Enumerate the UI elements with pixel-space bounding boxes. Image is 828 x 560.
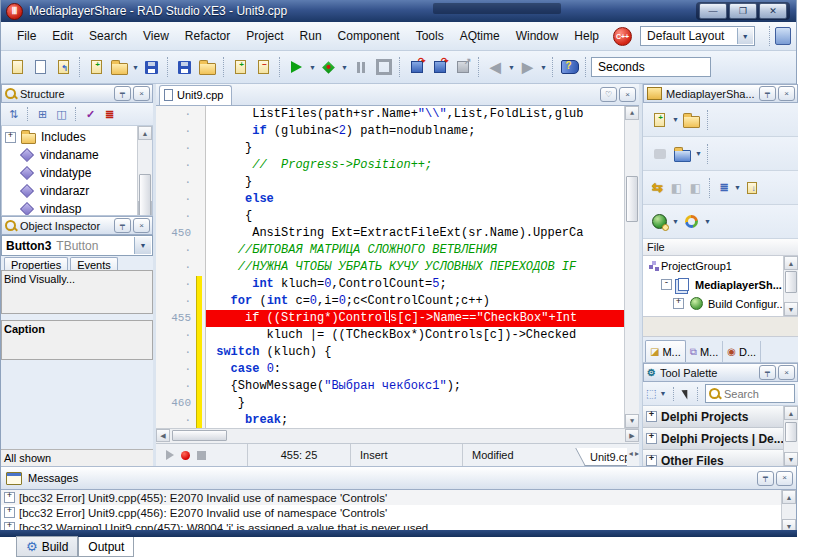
code-view[interactable]: · ListFiles(path+sr.Name+"\\",List,FoldL… (156, 106, 639, 429)
bottom-tab-unit9cpp[interactable]: Unit9.cpp (575, 448, 627, 466)
message-row-1[interactable]: +[bcc32 Error] Unit9.cpp(455): E2070 Inv… (1, 490, 796, 505)
object-selector-combo[interactable]: Button3 TButton ▼ (1, 235, 153, 256)
code-line[interactable]: · int kluch=0,ControlCount=5; (156, 276, 624, 293)
editor-tab-unit9cpp[interactable]: Unit9.cpp (159, 85, 232, 105)
open-file-button[interactable] (29, 56, 52, 79)
project-item-mediaplayersh[interactable]: -MediaplayerSh... (643, 275, 798, 294)
code-text[interactable]: // Progress->Position++; (206, 157, 624, 174)
run-button[interactable] (285, 56, 308, 79)
dock-tab-model-view[interactable]: ⧉M... (686, 341, 723, 362)
structure-item-vindarazr[interactable]: vindarazr (2, 182, 152, 200)
palette-options-button[interactable]: ⬚ (646, 385, 656, 403)
code-text[interactable]: {ShowMessage("Выбран чекбокс1"); (206, 378, 624, 395)
scroll-thumb[interactable] (139, 174, 151, 216)
cursor-tool-button[interactable] (681, 385, 691, 403)
structure-item-vindaname[interactable]: vindaname (2, 146, 152, 164)
new-project-dropdown[interactable]: ▼ (671, 116, 680, 123)
restore-button[interactable]: ❐ (729, 3, 757, 19)
pin-icon[interactable]: ┯ (757, 471, 774, 486)
scroll-up-icon[interactable]: ▲ (625, 106, 639, 120)
code-line[interactable]: · {ShowMessage("Выбран чекбокс1"); (156, 378, 624, 395)
code-text[interactable]: AnsiString Ext=ExtractFileExt(sr.Name).U… (206, 225, 624, 242)
pin-icon[interactable]: ┯ (114, 86, 131, 101)
navigate-back-dropdown[interactable]: ▼ (507, 64, 516, 71)
step-into-button[interactable]: ↷ (405, 56, 428, 79)
expand-icon[interactable]: + (4, 492, 15, 503)
build-order-dropdown[interactable]: ▼ (733, 184, 742, 191)
messages-tab-build[interactable]: ⚙Build (16, 536, 78, 557)
scroll-down-icon[interactable]: ▼ (625, 414, 639, 428)
open-project-button[interactable]: ↰ (52, 56, 75, 79)
view-selector-button[interactable] (671, 142, 694, 165)
menu-edit[interactable]: Edit (44, 25, 81, 47)
build-order-button[interactable]: ≣ (715, 176, 733, 199)
remove-from-project-button[interactable]: − (252, 56, 275, 79)
menu-tools[interactable]: Tools (408, 25, 452, 47)
activity-dropdown[interactable]: ▼ (703, 218, 712, 225)
scroll-up-icon[interactable]: ▲ (138, 126, 152, 140)
code-text[interactable]: { (206, 208, 624, 225)
menu-search[interactable]: Search (81, 25, 135, 47)
code-text[interactable]: if ((String*)Controls[c]->Name=="CheckBo… (206, 310, 624, 327)
code-line[interactable]: · //НУЖНА ЧТОБЫ УБРАТЬ КУЧУ УСЛОВНЫХ ПЕР… (156, 259, 624, 276)
activate-button[interactable] (648, 142, 671, 165)
sync-button[interactable]: ⇆ (648, 176, 667, 199)
step-out-button[interactable]: ↗ (451, 56, 474, 79)
structure-item-vindatype[interactable]: vindatype (2, 164, 152, 182)
sort-alpha-button[interactable]: ⇅ (4, 105, 23, 123)
project-scrollbar[interactable]: ▲ ▼ (783, 256, 798, 316)
sort-button[interactable]: ↓ (742, 176, 761, 199)
messages-tab-output[interactable]: Output (78, 537, 134, 557)
code-line[interactable]: · } (156, 140, 624, 157)
project-item-projectgroup1[interactable]: ProjectGroup1 (643, 256, 798, 275)
messages-scrollbar[interactable]: ▲ ▼ (781, 490, 796, 533)
pin-icon[interactable]: ┯ (759, 365, 776, 380)
close-icon[interactable]: × (776, 471, 793, 486)
desktop-layout-combo[interactable]: Default Layout ▼ (640, 26, 755, 46)
scroll-right-icon[interactable]: ▶ (625, 429, 639, 442)
navigate-back-button[interactable]: ◀ (484, 56, 507, 79)
scroll-up-icon[interactable]: ▲ (784, 406, 798, 420)
close-icon[interactable]: × (133, 218, 150, 233)
close-icon[interactable]: × (133, 86, 150, 101)
activity-button[interactable] (680, 210, 703, 233)
search-web-dropdown[interactable]: ▼ (671, 218, 680, 225)
code-line[interactable]: · kluch |= ((TCheckBox*)Controls[c])->Ch… (156, 327, 624, 344)
palette-search-box[interactable] (705, 384, 795, 403)
open-recent-button[interactable] (108, 56, 131, 79)
code-line-450[interactable]: 450 AnsiString Ext=ExtractFileExt(sr.Nam… (156, 225, 624, 242)
save-button[interactable] (140, 56, 163, 79)
help-button[interactable] (558, 56, 581, 79)
menu-aqtime[interactable]: AQtime (452, 25, 508, 47)
code-text[interactable]: break; (206, 412, 624, 429)
code-line[interactable]: · case 0: (156, 361, 624, 378)
close-icon[interactable]: × (778, 86, 795, 101)
menu-window[interactable]: Window (508, 25, 567, 47)
menu-refactor[interactable]: Refactor (177, 25, 238, 47)
run-parameters-dropdown[interactable]: ▼ (340, 64, 349, 71)
file-column-header[interactable]: File (643, 239, 798, 256)
code-text[interactable]: else (206, 191, 624, 208)
structure-item-vindasp[interactable]: vindasp (2, 200, 152, 216)
scroll-left-icon[interactable]: ◀ (156, 429, 170, 442)
stop-icon[interactable] (197, 451, 206, 460)
scroll-up-icon[interactable]: ▲ (784, 256, 798, 270)
scroll-down-icon[interactable]: ▼ (784, 452, 798, 466)
code-line[interactable]: · else (156, 191, 624, 208)
expand-icon[interactable]: + (5, 132, 16, 143)
code-text[interactable]: } (206, 174, 624, 191)
scroll-thumb[interactable] (172, 430, 227, 441)
menu-project[interactable]: Project (238, 25, 291, 47)
view-selector-dropdown[interactable]: ▼ (694, 150, 703, 157)
code-line[interactable]: · } (156, 174, 624, 191)
code-text[interactable]: if (glubina<2) path=nodublname; (206, 123, 624, 140)
palette-scrollbar[interactable]: ▲ ▼ (783, 406, 798, 466)
code-text[interactable]: int kluch=0,ControlCount=5; (206, 276, 624, 293)
editor-views-button[interactable]: ♡ (600, 87, 617, 102)
code-text[interactable]: kluch |= ((TCheckBox*)Controls[c])->Chec… (206, 327, 624, 344)
expand-icon[interactable]: - (661, 279, 672, 290)
close-icon[interactable]: × (778, 365, 795, 380)
code-text[interactable]: //БИТОВАЯ МАТРИЦА СЛОЖНОГО ВЕТВЛЕНИЯ (206, 242, 624, 259)
scroll-thumb[interactable] (785, 422, 797, 442)
dock-tab-data-explorer[interactable]: ◉D... (723, 341, 761, 362)
